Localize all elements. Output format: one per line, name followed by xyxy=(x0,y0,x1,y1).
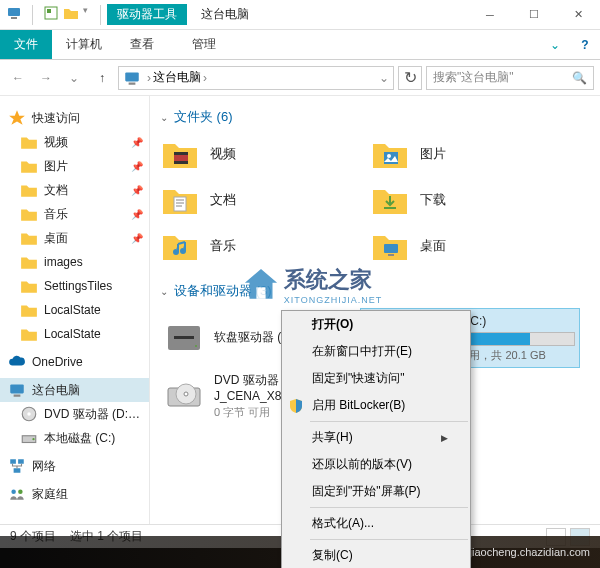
svg-point-15 xyxy=(11,490,16,495)
disc-icon xyxy=(20,405,38,423)
folder-icon xyxy=(370,134,410,174)
folder-music[interactable]: 音乐 xyxy=(160,226,340,266)
ctx-copy[interactable]: 复制(C) xyxy=(282,542,470,568)
chevron-right-icon: ▶ xyxy=(441,433,448,443)
properties-icon[interactable] xyxy=(43,5,59,21)
svg-point-28 xyxy=(195,345,197,347)
file-tab[interactable]: 文件 xyxy=(0,30,52,59)
up-button[interactable]: ↑ xyxy=(90,66,114,90)
navbar: ← → ⌄ ↑ › 这台电脑 › ⌄ ↻ 搜索"这台电脑" 🔍 xyxy=(0,60,600,96)
refresh-button[interactable]: ↻ xyxy=(398,66,422,90)
sidebar-onedrive[interactable]: OneDrive xyxy=(0,350,149,374)
history-dropdown-icon[interactable]: ⌄ xyxy=(62,66,86,90)
qat-dropdown-icon[interactable]: ▾ xyxy=(83,5,88,25)
sidebar-item-images[interactable]: images xyxy=(0,250,149,274)
ribbon: 文件 计算机 查看 管理 ⌄ ? xyxy=(0,30,600,60)
context-menu: 打开(O) 在新窗口中打开(E) 固定到"快速访问" 启用 BitLocker(… xyxy=(281,310,471,568)
folder-pictures[interactable]: 图片 xyxy=(370,134,550,174)
folder-icon xyxy=(20,157,38,175)
homegroup-icon xyxy=(8,485,26,503)
folder-downloads[interactable]: 下载 xyxy=(370,180,550,220)
drives-group-header[interactable]: ⌄设备和驱动器 (3) xyxy=(160,282,590,300)
folder-icon xyxy=(20,133,38,151)
sidebar-homegroup[interactable]: 家庭组 xyxy=(0,482,149,506)
folder-icon xyxy=(20,301,38,319)
cloud-icon xyxy=(8,353,26,371)
folder-icon xyxy=(160,134,200,174)
tools-tab[interactable]: 驱动器工具 xyxy=(107,4,187,25)
sidebar-item-localstate[interactable]: LocalState xyxy=(0,298,149,322)
ctx-pin-quick-access[interactable]: 固定到"快速访问" xyxy=(282,365,470,392)
folder-icon[interactable] xyxy=(63,5,79,21)
svg-rect-4 xyxy=(125,72,139,81)
folder-desktop[interactable]: 桌面 xyxy=(370,226,550,266)
sidebar-local-disk[interactable]: 本地磁盘 (C:) xyxy=(0,426,149,450)
sidebar-item-localstate2[interactable]: LocalState xyxy=(0,322,149,346)
folder-documents[interactable]: 文档 xyxy=(160,180,340,220)
svg-rect-23 xyxy=(384,207,396,209)
ribbon-expand-icon[interactable]: ⌄ xyxy=(540,30,570,59)
pin-icon: 📌 xyxy=(131,161,143,172)
svg-rect-14 xyxy=(14,468,21,473)
chevron-down-icon: ⌄ xyxy=(160,112,168,123)
ctx-bitlocker[interactable]: 启用 BitLocker(B) xyxy=(282,392,470,419)
pin-icon: 📌 xyxy=(131,137,143,148)
sidebar-item-documents[interactable]: 文档📌 xyxy=(0,178,149,202)
pc-icon xyxy=(123,69,141,87)
search-input[interactable]: 搜索"这台电脑" 🔍 xyxy=(426,66,594,90)
view-tab[interactable]: 查看 xyxy=(116,30,168,59)
minimize-button[interactable]: ─ xyxy=(468,0,512,30)
ctx-open[interactable]: 打开(O) xyxy=(282,311,470,338)
sidebar-this-pc[interactable]: 这台电脑 xyxy=(0,378,149,402)
address-location[interactable]: 这台电脑 xyxy=(153,69,201,86)
chevron-right-icon[interactable]: › xyxy=(203,71,207,85)
pin-icon: 📌 xyxy=(131,185,143,196)
ctx-pin-start[interactable]: 固定到"开始"屏幕(P) xyxy=(282,478,470,505)
folders-group-header[interactable]: ⌄文件夹 (6) xyxy=(160,108,590,126)
disc-drive-icon xyxy=(164,376,204,416)
help-icon[interactable]: ? xyxy=(570,30,600,59)
shield-icon xyxy=(288,398,304,414)
svg-rect-1 xyxy=(11,17,17,19)
separator xyxy=(310,421,468,422)
search-icon[interactable]: 🔍 xyxy=(572,71,587,85)
qat-icons: ▾ xyxy=(0,5,94,25)
sidebar-item-desktop[interactable]: 桌面📌 xyxy=(0,226,149,250)
svg-rect-3 xyxy=(47,9,51,13)
folder-icon xyxy=(20,229,38,247)
sidebar-item-settingstiles[interactable]: SettingsTiles xyxy=(0,274,149,298)
folder-icon xyxy=(20,205,38,223)
folder-icon xyxy=(20,325,38,343)
pin-icon: 📌 xyxy=(131,209,143,220)
search-placeholder: 搜索"这台电脑" xyxy=(433,69,514,86)
ctx-restore-previous[interactable]: 还原以前的版本(V) xyxy=(282,451,470,478)
separator xyxy=(310,539,468,540)
folder-videos[interactable]: 视频 xyxy=(160,134,340,174)
sidebar-item-music[interactable]: 音乐📌 xyxy=(0,202,149,226)
address-bar[interactable]: › 这台电脑 › ⌄ xyxy=(118,66,394,90)
manage-tab[interactable]: 管理 xyxy=(178,30,230,59)
sidebar-dvd[interactable]: DVD 驱动器 (D:) J_C xyxy=(0,402,149,426)
sidebar-item-pictures[interactable]: 图片📌 xyxy=(0,154,149,178)
svg-rect-13 xyxy=(18,459,24,464)
forward-button: → xyxy=(34,66,58,90)
sidebar-quick-access[interactable]: 快速访问 xyxy=(0,106,149,130)
sidebar-item-videos[interactable]: 视频📌 xyxy=(0,130,149,154)
addr-dropdown-icon[interactable]: ⌄ xyxy=(379,71,389,85)
svg-rect-6 xyxy=(10,384,24,393)
close-button[interactable]: ✕ xyxy=(556,0,600,30)
back-button[interactable]: ← xyxy=(6,66,30,90)
chevron-right-icon[interactable]: › xyxy=(147,71,151,85)
svg-rect-27 xyxy=(174,336,194,339)
ctx-open-new-window[interactable]: 在新窗口中打开(E) xyxy=(282,338,470,365)
svg-point-34 xyxy=(184,392,188,396)
ctx-share[interactable]: 共享(H)▶ xyxy=(282,424,470,451)
star-icon xyxy=(8,109,26,127)
svg-rect-22 xyxy=(174,197,186,211)
computer-tab[interactable]: 计算机 xyxy=(52,30,116,59)
maximize-button[interactable]: ☐ xyxy=(512,0,556,30)
ctx-format[interactable]: 格式化(A)... xyxy=(282,510,470,537)
svg-rect-24 xyxy=(384,244,398,253)
svg-point-16 xyxy=(18,490,23,495)
sidebar-network[interactable]: 网络 xyxy=(0,454,149,478)
